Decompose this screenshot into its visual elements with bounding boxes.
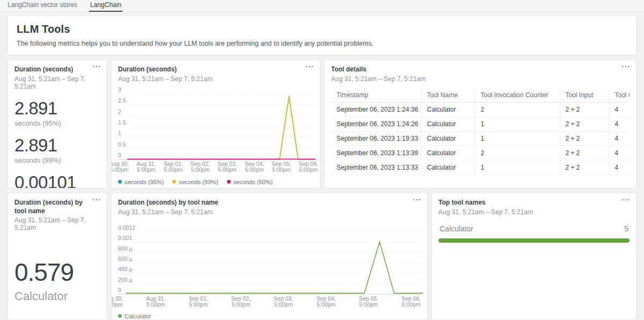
card-time-range: Aug 31, 5:21am – Sep 7, 5:21am xyxy=(118,208,421,216)
legend-item[interactable]: Calculator xyxy=(118,313,151,319)
duration-chart-host: 32.521.510.50Aug 30,5:00pmAug 31,5:00pmS… xyxy=(118,88,313,185)
table-cell: 4 xyxy=(609,146,630,160)
svg-text:5:00pm: 5:00pm xyxy=(245,166,264,173)
top-tool-list: Calculator5 xyxy=(438,224,630,243)
top-tool-bar xyxy=(438,238,630,243)
stat-value: 0.00101 xyxy=(14,173,100,188)
table-row: September 06, 2023 1:24:26Calculator12 +… xyxy=(331,117,630,131)
svg-text:5:00pm: 5:00pm xyxy=(147,301,165,308)
svg-text:1: 1 xyxy=(118,130,121,136)
table-header-row: TimestampTool NameTool Invocation Counte… xyxy=(331,88,630,103)
svg-text:5:00pm: 5:00pm xyxy=(137,166,156,173)
svg-text:5:00pm: 5:00pm xyxy=(111,166,129,173)
svg-text:600 µ: 600 µ xyxy=(118,256,133,262)
card-duration-chart: Duration (seconds) Aug 31, 5:21am – Sep … xyxy=(111,60,320,188)
svg-text:3: 3 xyxy=(118,86,121,93)
table-row: September 06, 2023 1:24:36Calculator22 +… xyxy=(331,102,630,117)
card-title: Duration (seconds) xyxy=(118,66,313,74)
legend-label: seconds (95%) xyxy=(125,179,164,185)
table-cell: 1 xyxy=(475,160,560,174)
card-top-tool-names: Top tool names Aug 31, 5:21am – Sep 7, 5… xyxy=(431,193,636,320)
table-cell: September 06, 2023 1:13:39 xyxy=(331,146,421,160)
stat-block: 2.891 seconds (95%) xyxy=(14,99,100,127)
card-duration-summary: Duration (seconds) Aug 31, 5:21am – Sep … xyxy=(8,60,107,188)
tab-langchain-vector-stores[interactable]: LangChain vector stores xyxy=(6,0,78,11)
table-cell: Calculator xyxy=(421,131,475,146)
svg-text:0.001: 0.001 xyxy=(118,235,132,241)
top-tool-value: 5 xyxy=(624,224,628,233)
legend-dot xyxy=(118,314,122,318)
legend-dot xyxy=(227,180,231,184)
card-tool-details: Tool details Aug 31, 5:21am – Sep 7, 5:2… xyxy=(324,60,636,188)
table-cell: 2 + 2 xyxy=(560,160,609,174)
card-menu-icon[interactable]: ··· xyxy=(621,63,631,70)
svg-text:0.5: 0.5 xyxy=(118,141,126,147)
column-header: Tool Input xyxy=(560,88,609,103)
svg-text:200 µ: 200 µ xyxy=(118,276,133,282)
table-cell: 2 xyxy=(475,102,560,117)
table-cell: 1 xyxy=(475,131,560,146)
card-duration-by-tool-summary: Duration (seconds) by tool name Aug 31, … xyxy=(8,193,107,320)
svg-text:5:00pm: 5:00pm xyxy=(272,166,291,173)
table-cell: 4 xyxy=(609,117,630,131)
svg-text:5:00pm: 5:00pm xyxy=(274,301,293,308)
duration-line-chart[interactable]: 32.521.510.50Aug 30,5:00pmAug 31,5:00pmS… xyxy=(118,88,314,177)
card-time-range: Aug 31, 5:21am – Sep 7, 5:21am xyxy=(438,208,630,216)
stat-value: 2.891 xyxy=(14,99,100,118)
card-title: Duration (seconds) by tool name xyxy=(118,199,421,207)
svg-text:1.5: 1.5 xyxy=(118,119,126,126)
stat-label: Calculator xyxy=(14,289,100,303)
table-cell: September 06, 2023 1:13:33 xyxy=(331,160,421,174)
stat-block: 0.00101 seconds (50%) xyxy=(14,173,100,188)
svg-text:5:00pm: 5:00pm xyxy=(191,166,210,173)
table-cell: 2 xyxy=(475,146,560,160)
card-title: Tool details xyxy=(331,66,630,74)
dashboard-page: LLM Tools The following metrics helps yo… xyxy=(0,12,644,320)
tool-details-table: TimestampTool NameTool Invocation Counte… xyxy=(331,88,630,175)
svg-text:5:00pm: 5:00pm xyxy=(299,166,318,173)
table-cell: Calculator xyxy=(421,160,475,174)
table-cell: 4 xyxy=(609,102,630,117)
svg-text:2: 2 xyxy=(118,108,121,114)
svg-text:5:00pm: 5:00pm xyxy=(402,301,421,308)
table-cell: 2 + 2 xyxy=(560,117,609,131)
card-duration-by-tool-chart: Duration (seconds) by tool name Aug 31, … xyxy=(111,193,428,320)
tab-langchain[interactable]: LangChain xyxy=(89,0,122,12)
table-cell: September 06, 2023 1:24:26 xyxy=(331,117,421,131)
legend-dot xyxy=(118,180,122,184)
table-cell: Calculator xyxy=(421,117,475,131)
top-tool-label: Calculator xyxy=(440,224,473,233)
legend-item[interactable]: seconds (50%) xyxy=(227,179,273,185)
svg-text:5:00pm: 5:00pm xyxy=(317,301,335,308)
top-tool-row: Calculator5 xyxy=(438,224,630,233)
card-time-range: Aug 31, 5:21am – Sep 7, 5:21am xyxy=(118,75,313,83)
svg-text:5:00pm: 5:00pm xyxy=(111,301,123,308)
duration-by-tool-chart-host: 0.00120.001800 µ600 µ400 µ200 µ0Aug 30,5… xyxy=(118,221,421,319)
card-menu-icon[interactable]: ··· xyxy=(92,63,101,70)
table-row: September 06, 2023 1:19:33Calculator12 +… xyxy=(331,131,630,146)
svg-text:5:00pm: 5:00pm xyxy=(218,166,237,173)
svg-text:0.0012: 0.0012 xyxy=(118,224,135,231)
svg-text:5:00pm: 5:00pm xyxy=(164,166,182,173)
card-menu-icon[interactable]: ··· xyxy=(413,196,422,203)
legend-item[interactable]: seconds (99%) xyxy=(172,179,218,185)
card-menu-icon[interactable]: ··· xyxy=(92,196,101,203)
duration_by_tool-line-chart[interactable]: 0.00120.001800 µ600 µ400 µ200 µ0Aug 30,5… xyxy=(118,221,422,311)
table-cell: 4 xyxy=(609,131,630,146)
legend-label: Calculator xyxy=(125,313,151,319)
legend-item[interactable]: seconds (95%) xyxy=(118,179,164,185)
legend-dot xyxy=(172,180,176,184)
cards-row-1: Duration (seconds) Aug 31, 5:21am – Sep … xyxy=(8,60,636,188)
table-cell: 4 xyxy=(609,160,630,174)
svg-text:800 µ: 800 µ xyxy=(118,245,133,251)
table-cell: September 06, 2023 1:19:33 xyxy=(331,131,421,146)
table-cell: September 06, 2023 1:24:36 xyxy=(331,102,421,117)
table-cell: Calculator xyxy=(421,146,475,160)
card-time-range: Aug 31, 5:21am – Sep 7, 5:21am xyxy=(331,75,630,83)
card-menu-icon[interactable]: ··· xyxy=(305,63,314,70)
column-header: Tool Name xyxy=(421,88,475,103)
svg-text:0: 0 xyxy=(118,152,121,158)
table-cell: 2 + 2 xyxy=(560,131,609,146)
card-title: Duration (seconds) by tool name xyxy=(14,199,100,215)
card-menu-icon[interactable]: ··· xyxy=(621,196,631,203)
